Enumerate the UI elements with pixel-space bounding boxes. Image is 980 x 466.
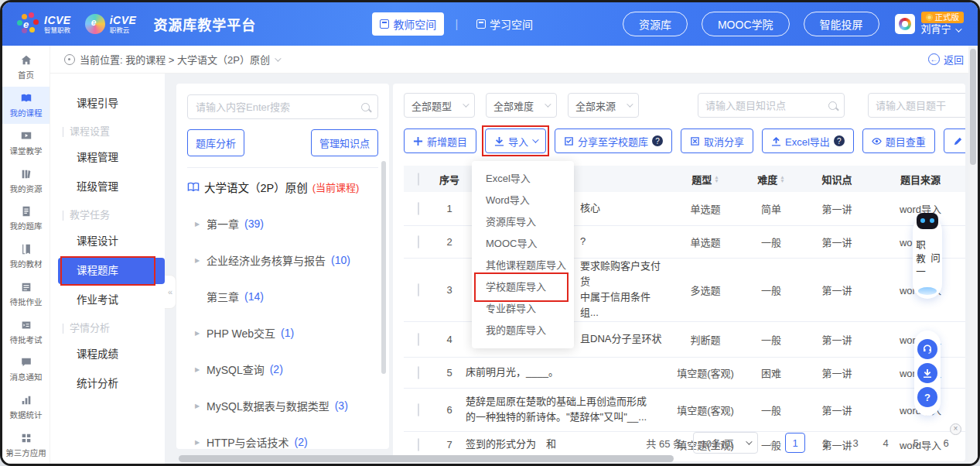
rail-item-notifications[interactable]: 消息通知 xyxy=(2,351,50,389)
tree-root-node[interactable]: 大学语文（2P）原创 (当前课程) xyxy=(187,179,378,195)
tree-node[interactable]: ▶HTTP与会话技术(2) xyxy=(187,434,378,449)
close-floating-button[interactable]: × xyxy=(950,423,961,435)
back-button[interactable]: ← 返回 xyxy=(928,52,964,67)
submenu-class-manage[interactable]: 班级管理 xyxy=(50,174,165,200)
ai-assistant-widget[interactable]: 职教一问 xyxy=(913,216,942,299)
tree-scrollbar[interactable] xyxy=(381,161,386,374)
rail-item-third-party-apps[interactable]: 第三方应用 xyxy=(2,426,50,464)
rail-item-data-statistics[interactable]: 数据统计 xyxy=(2,389,50,427)
page-number[interactable]: 4 xyxy=(876,433,896,453)
page-number[interactable]: 6 xyxy=(936,433,956,453)
menu-item-resource-library-import[interactable]: 资源库导入 xyxy=(472,211,574,233)
search-icon[interactable] xyxy=(828,101,837,110)
row-checkbox[interactable] xyxy=(418,333,419,346)
menu-item-mooc-import[interactable]: MOOC导入 xyxy=(472,233,574,255)
learn-space-tab[interactable]: 学习空间 xyxy=(469,12,541,36)
rail-item-my-courses[interactable]: 我的课程 xyxy=(2,87,50,125)
difficulty-select[interactable]: 全部难度 xyxy=(486,93,557,118)
prev-page-button[interactable]: ‹ xyxy=(768,437,775,450)
rail-item-pending-homework[interactable]: 待批作业 xyxy=(2,275,50,313)
rail-item-my-textbooks[interactable]: 我的教材 xyxy=(2,238,50,276)
menu-item-excel-import[interactable]: Excel导入 xyxy=(472,168,574,190)
chevron-down-icon[interactable] xyxy=(275,55,281,61)
page-size-select[interactable]: 10条/页 xyxy=(693,432,758,454)
knowledge-search-input[interactable] xyxy=(705,100,828,111)
sort-icon[interactable]: ▲▼ xyxy=(780,175,784,183)
sort-icon[interactable]: ▲▼ xyxy=(714,175,719,183)
expand-arrow-icon[interactable]: ▶ xyxy=(195,330,201,337)
resource-library-button[interactable]: 资源库 xyxy=(623,12,688,36)
cancel-share-button[interactable]: 取消分享 xyxy=(681,128,753,153)
menu-item-other-course-bank-import[interactable]: 其他课程题库导入 xyxy=(472,255,574,276)
submenu-course-manage[interactable]: 课程管理 xyxy=(50,145,165,171)
submenu-course-question-bank[interactable]: 课程题库 xyxy=(58,258,165,284)
search-icon[interactable] xyxy=(361,103,370,111)
excel-export-button[interactable]: Excel导出 ? xyxy=(762,128,854,153)
submenu-course-design[interactable]: 课程设计 xyxy=(50,228,165,255)
tree-node[interactable]: ▶PHP Web交互(1) xyxy=(187,325,378,341)
customer-service-button[interactable] xyxy=(917,339,937,359)
tree-node[interactable]: ▶第一章(39) xyxy=(187,216,378,231)
download-center-button[interactable] xyxy=(917,363,937,383)
expand-arrow-icon[interactable]: ▶ xyxy=(195,366,201,373)
source-select[interactable]: 全部来源 xyxy=(568,93,639,118)
share-to-school-button[interactable]: 分享至学校题库 ? xyxy=(555,128,672,153)
menu-item-major-group-import[interactable]: 专业群导入 xyxy=(472,298,574,320)
submenu-course-scores[interactable]: 课程成绩 xyxy=(50,341,165,368)
expand-arrow-icon[interactable]: ▶ xyxy=(195,403,201,409)
stem-search-input[interactable] xyxy=(876,100,965,111)
smart-cast-button[interactable]: 智能投屏 xyxy=(804,12,879,36)
page-number[interactable]: 3 xyxy=(845,433,866,453)
row-checkbox[interactable] xyxy=(418,366,419,379)
duplicate-check-button[interactable]: 题目查重 xyxy=(862,128,935,153)
tree-node[interactable]: ▶MySQL数据表与数据类型(3) xyxy=(187,398,378,413)
avatar[interactable] xyxy=(895,14,915,34)
rail-item-my-resources[interactable]: 我的资源 xyxy=(2,162,50,200)
col-difficulty[interactable]: 难度▲▼ xyxy=(744,172,798,187)
bank-analysis-button[interactable]: 题库分析 xyxy=(187,129,244,156)
page-number[interactable]: 5 xyxy=(906,433,926,453)
col-type[interactable]: 题型▲▼ xyxy=(667,172,744,187)
tree-search-input[interactable] xyxy=(196,101,361,113)
vertical-scrollbar-track[interactable] xyxy=(968,46,978,464)
add-question-button[interactable]: 新增题目 xyxy=(404,128,476,153)
question-type-select[interactable]: 全部题型 xyxy=(404,93,475,118)
submenu-course-guide[interactable]: 课程引导 xyxy=(50,91,165,117)
mooc-college-button[interactable]: MOOC学院 xyxy=(702,12,790,36)
page-number[interactable]: 1 xyxy=(785,433,805,453)
modify-knowledge-button[interactable]: 修改知识 xyxy=(944,128,965,153)
tree-node[interactable]: 第三章(14) xyxy=(187,289,378,304)
rail-item-pending-exams[interactable]: 待批考试 xyxy=(2,313,50,351)
expand-arrow-icon[interactable]: ▶ xyxy=(195,221,201,228)
table-row[interactable]: 6 楚辞是屈原在楚歌的基础上再创造而形成的一种独特的新诗体。"楚辞体"又叫"__… xyxy=(404,389,965,432)
rail-item-home[interactable]: 首页 xyxy=(2,49,50,87)
menu-item-school-bank-import[interactable]: 学校题库导入 xyxy=(472,276,574,298)
submenu-statistical-analysis[interactable]: 统计分析 xyxy=(50,371,165,397)
horizontal-scrollbar-thumb[interactable] xyxy=(179,455,674,462)
rail-item-my-question-bank[interactable]: 我的题库 xyxy=(2,200,50,238)
help-question-badge[interactable]: ? xyxy=(834,135,845,146)
rail-item-classroom-teaching[interactable]: 课堂教学 xyxy=(2,124,50,162)
submenu-homework-exam[interactable]: 作业考试 xyxy=(50,287,165,314)
tree-node[interactable]: ▶企业经济业务核算与报告(10) xyxy=(187,252,378,268)
menu-item-my-bank-import[interactable]: 我的题库导入 xyxy=(472,320,574,341)
expand-arrow-icon[interactable]: ▶ xyxy=(195,439,201,446)
user-menu[interactable]: 刘宵宁 xyxy=(921,23,965,36)
page-number[interactable]: 2 xyxy=(815,433,835,453)
row-checkbox[interactable] xyxy=(418,403,419,416)
tree-node[interactable]: ▶MySQL查询(2) xyxy=(187,361,378,377)
breadcrumb[interactable]: 当前位置: 我的课程 > 大学语文（2P）原创 xyxy=(80,52,270,67)
select-all-checkbox[interactable] xyxy=(418,173,419,186)
row-checkbox[interactable] xyxy=(418,235,419,248)
import-button[interactable]: 导入 xyxy=(485,128,546,153)
row-checkbox[interactable] xyxy=(418,202,419,215)
menu-item-word-import[interactable]: Word导入 xyxy=(472,190,574,211)
expand-arrow-icon[interactable]: ▶ xyxy=(195,257,201,264)
vertical-scrollbar-thumb[interactable] xyxy=(970,49,976,165)
row-checkbox[interactable] xyxy=(418,438,419,451)
teacher-space-tab[interactable]: 教师空间 xyxy=(372,12,444,36)
help-question-badge[interactable]: ? xyxy=(652,135,663,146)
manage-knowledge-button[interactable]: 管理知识点 xyxy=(311,129,378,156)
collapse-sidebar-button[interactable]: « xyxy=(165,275,176,309)
table-row[interactable]: 5 床前明月光，____。 填空题(客观) 困难 第一讲 word导入 xyxy=(404,358,965,389)
